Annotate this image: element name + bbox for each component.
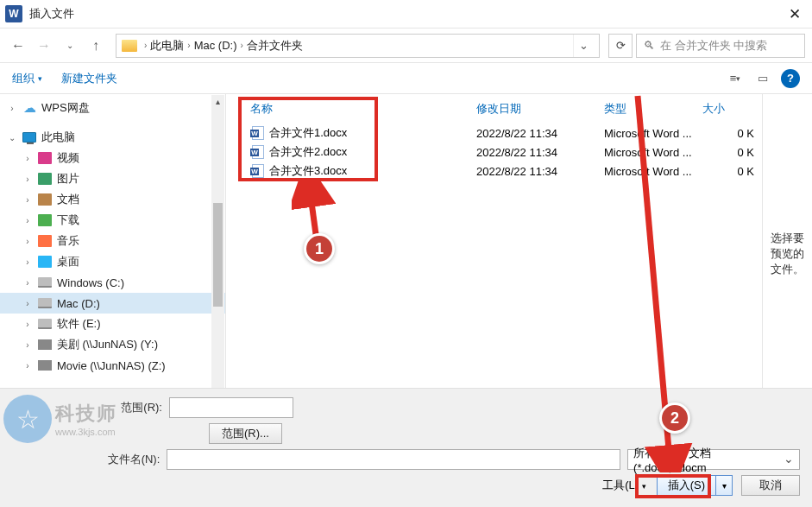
disclosure-icon[interactable]: › [22,154,33,163]
file-type: Microsoft Word ... [604,146,702,159]
tree-item[interactable]: ⌄此电脑 [0,127,225,148]
range-input[interactable] [169,397,293,418]
tree-scrollbar[interactable]: ▴▾ [211,95,224,413]
scrollbar-thumb[interactable] [213,203,223,307]
column-headers: 名称 修改日期 类型 大小 [226,94,762,124]
tree-item[interactable]: ›Movie (\\JunNAS) (Z:) [0,355,225,376]
new-folder-button[interactable]: 新建文件夹 [61,71,117,86]
column-header-name[interactable]: 名称 [250,101,476,117]
tree-item-label: 视频 [57,150,79,166]
disclosure-icon[interactable]: › [22,340,33,350]
tools-label[interactable]: 工具(L) ▾ [602,478,646,493]
tree-item-label: Movie (\\JunNAS) (Z:) [57,359,166,372]
disclosure-icon[interactable]: › [22,320,33,329]
help-button[interactable]: ? [781,69,800,88]
disclosure-icon[interactable]: › [22,195,33,205]
disclosure-icon[interactable]: ⌄ [7,133,17,143]
nav-history-dropdown[interactable]: ⌄ [59,35,81,57]
tree-item-label: 下载 [57,212,79,228]
cloud-icon: ☁ [21,100,38,116]
disclosure-icon[interactable]: › [22,174,33,184]
word-app-icon: W [5,5,22,22]
disclosure-icon[interactable]: › [22,237,33,246]
tree-item[interactable]: ›桌面 [0,251,225,272]
drive-icon [36,295,54,311]
filetype-filter[interactable]: 所有 Word 文档(*.docx;*.docm [627,449,800,470]
breadcrumb-segment[interactable]: Mac (D:) [194,39,237,52]
breadcrumb-segment[interactable]: 此电脑 [150,38,184,54]
tree-item[interactable]: ›图片 [0,168,225,189]
file-size: 0 K [702,165,754,178]
disclosure-icon[interactable]: › [22,257,33,267]
disclosure-icon[interactable]: › [7,104,17,113]
file-size: 0 K [702,127,754,140]
net-icon [36,337,54,352]
column-header-type[interactable]: 类型 [604,101,702,117]
nav-forward-button[interactable]: → [33,35,55,57]
nav-tree: ›☁WPS网盘⌄此电脑›视频›图片›文档›下载›音乐›桌面›Windows (C… [0,94,226,414]
filter-label: 所有 Word 文档(*.docx;*.docm [633,446,782,474]
disclosure-icon[interactable]: › [22,299,33,308]
tree-item[interactable]: ›☁WPS网盘 [0,98,225,118]
preview-pane-icon[interactable]: ▭ [753,69,772,88]
insert-dropdown[interactable]: ▾ [716,481,732,491]
range-button[interactable]: 范围(R)... [209,423,282,444]
tree-item[interactable]: ›文档 [0,189,225,210]
tree-item-label: 图片 [57,171,79,187]
tree-item[interactable]: ›Windows (C:) [0,272,225,293]
organize-menu[interactable]: 组织▾ [12,71,42,86]
breadcrumb-segment[interactable]: 合并文件夹 [247,38,303,54]
tree-item[interactable]: ›Mac (D:) [0,293,225,314]
file-date: 2022/8/22 11:34 [476,165,604,178]
file-row[interactable]: 合并文件1.docx2022/8/22 11:34Microsoft Word … [226,124,762,143]
file-row[interactable]: 合并文件3.docx2022/8/22 11:34Microsoft Word … [226,162,762,181]
filename-label: 文件名(N): [12,452,167,467]
dialog-bottom: 范围(R): 范围(R)... 文件名(N): 所有 Word 文档(*.doc… [0,388,812,507]
watermark-title: 科技师 [55,401,117,427]
tree-item[interactable]: ›视频 [0,148,225,168]
disclosure-icon[interactable]: › [22,216,33,225]
insert-button[interactable]: 插入(S) ▾ [657,475,733,496]
breadcrumb[interactable]: › 此电脑 › Mac (D:) › 合并文件夹 ⌄ [116,34,600,58]
file-date: 2022/8/22 11:34 [476,146,604,159]
nav-back-button[interactable]: ← [7,35,29,57]
watermark-url: www.3kjs.com [55,427,117,437]
file-row[interactable]: 合并文件2.docx2022/8/22 11:34Microsoft Word … [226,143,762,162]
close-button[interactable]: ✕ [783,2,807,26]
tree-item-label: 音乐 [57,233,79,249]
file-name: 合并文件1.docx [269,125,476,141]
drive-icon [36,316,54,332]
tree-item-label: 美剧 (\\JunNAS) (Y:) [57,337,158,352]
search-input[interactable]: 🔍︎ 在 合并文件夹 中搜索 [636,34,805,58]
nav-up-button[interactable]: ↑ [85,35,107,57]
breadcrumb-dropdown[interactable]: ⌄ [573,35,594,57]
disclosure-icon[interactable]: › [22,361,33,371]
tree-item-label: Windows (C:) [57,276,124,289]
insert-button-label: 插入(S) [658,476,716,495]
pict-icon [36,171,54,187]
toolbar: 组织▾ 新建文件夹 ≡ ▾ ▭ ? [0,63,812,94]
scroll-up-arrow[interactable]: ▴ [211,95,224,108]
folder-icon [122,40,137,52]
body-area: ›☁WPS网盘⌄此电脑›视频›图片›文档›下载›音乐›桌面›Windows (C… [0,94,812,414]
tree-item-label: 桌面 [57,254,79,269]
tree-item[interactable]: ›下载 [0,210,225,231]
tree-item[interactable]: ›软件 (E:) [0,314,225,334]
filename-input[interactable] [167,449,620,470]
tree-item-label: 文档 [57,192,79,207]
disclosure-icon[interactable]: › [22,278,33,288]
column-header-size[interactable]: 大小 [702,101,754,117]
tree-item-label: 此电脑 [41,130,75,145]
file-size: 0 K [702,146,754,159]
refresh-button[interactable]: ⟳ [608,34,633,58]
tree-item[interactable]: ›美剧 (\\JunNAS) (Y:) [0,334,225,355]
title-bar: W 插入文件 ✕ [0,0,812,29]
column-header-date[interactable]: 修改日期 [476,101,604,117]
view-list-icon[interactable]: ≡ ▾ [726,69,745,88]
tree-item[interactable]: ›音乐 [0,231,225,251]
word-file-icon [250,163,266,179]
music-icon [36,233,54,249]
cancel-button[interactable]: 取消 [741,475,800,496]
drive-icon [36,275,54,290]
chevron-right-icon: › [144,41,147,50]
